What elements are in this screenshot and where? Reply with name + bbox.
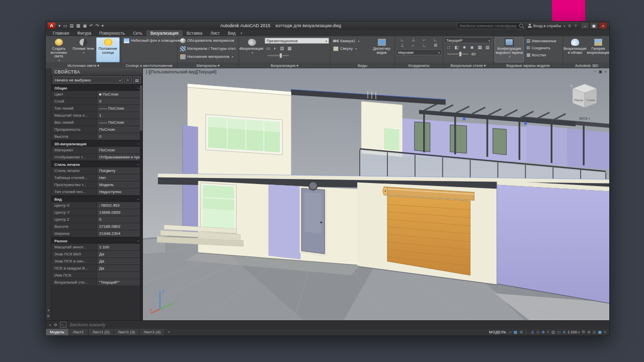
ribbon-display-caret-icon[interactable]: [240, 27, 242, 36]
viewcube[interactable]: ⌂ Перед Справа МСК: [567, 81, 602, 122]
selection-dropdown[interactable]: Ничего не выбрано: [53, 76, 123, 83]
customize-status-icon[interactable]: ≡: [604, 330, 606, 335]
create-light-button[interactable]: Создать источники света: [47, 37, 70, 62]
render-preset-dropdown[interactable]: Презентационное: [265, 38, 329, 44]
vs-realistic-icon[interactable]: ◙: [469, 45, 475, 50]
new-icon[interactable]: ▭: [62, 23, 68, 28]
help-icon[interactable]: ?: [574, 24, 577, 28]
model-space-button[interactable]: МОДЕЛЬ: [489, 330, 507, 334]
panel-footer-visual-styles[interactable]: Визуальные стили ▾: [443, 62, 493, 68]
palette-title[interactable]: СВОЙСТВА: [51, 68, 142, 75]
infer-constraints-icon[interactable]: ▱: [509, 330, 512, 335]
annotation-visibility-icon[interactable]: A: [563, 330, 566, 335]
tab-layout1-2[interactable]: Лист1 (2): [89, 329, 114, 335]
3d-house-scene[interactable]: [143, 68, 609, 320]
render-region-icon[interactable]: ▭: [266, 46, 270, 51]
vs-face-settings-icon[interactable]: ▦: [476, 45, 482, 50]
undo-icon[interactable]: ↶: [88, 23, 94, 28]
render-settings-icon[interactable]: ▤: [280, 46, 284, 51]
vs-wireframe-icon[interactable]: □: [446, 45, 452, 50]
save-icon[interactable]: ▦: [75, 23, 81, 28]
panel-footer-coordinates[interactable]: Координаты: [395, 62, 443, 68]
panel-footer-sun[interactable]: Солнце и местоположение: [121, 62, 177, 68]
polar-tracking-icon[interactable]: ∠: [531, 330, 534, 335]
search-input[interactable]: [459, 23, 518, 29]
command-line[interactable]: × ⚙ >_: [46, 320, 609, 329]
face-opacity-slider[interactable]: [447, 53, 468, 55]
qat-customize-caret-icon[interactable]: ▾: [101, 23, 105, 28]
ucs-y-icon[interactable]: ∟: [420, 43, 429, 48]
minimize-button[interactable]: –: [581, 22, 589, 29]
viewport-configuration-button[interactable]: Конфигурация видового экрана: [495, 37, 524, 62]
ucs-view-icon[interactable]: ⊥: [397, 43, 407, 48]
collapse-icon[interactable]: [137, 197, 139, 202]
search-icon[interactable]: [519, 24, 523, 28]
vs-hidden-icon[interactable]: ◧: [453, 45, 459, 50]
section-header-plot-style[interactable]: Стиль печати: [51, 161, 142, 167]
named-viewports-button[interactable]: ▤ Именованные: [525, 38, 561, 44]
palette-settings-icon[interactable]: ⚙: [47, 314, 50, 318]
section-header-view[interactable]: Вид: [51, 196, 142, 202]
model-viewport[interactable]: [-][Пользовательский вид][Текущий] −▣× ⌂…: [143, 68, 609, 320]
autocad-logo-button[interactable]: A: [48, 23, 55, 29]
viewport-minimize-icon[interactable]: −: [594, 69, 597, 74]
viewport-close-icon[interactable]: ×: [604, 69, 607, 74]
maximize-button[interactable]: ▣: [590, 22, 598, 29]
vs-shaded-icon[interactable]: ■: [461, 45, 467, 50]
palette-scrollbar[interactable]: [140, 83, 142, 320]
grid-icon[interactable]: ▦: [514, 330, 518, 335]
exchange-apps-icon[interactable]: X: [568, 24, 571, 28]
collapse-icon[interactable]: [137, 162, 139, 167]
join-viewports-button[interactable]: ⊞ Соединить: [525, 45, 561, 51]
panel-footer-views[interactable]: Виды: [331, 62, 394, 68]
plot-icon[interactable]: ▣: [82, 23, 88, 28]
snap-icon[interactable]: ⊞: [519, 330, 523, 335]
open-icon[interactable]: ▤: [68, 23, 74, 28]
tab-home[interactable]: Главная: [49, 30, 73, 36]
collapse-icon[interactable]: [137, 142, 139, 146]
redo-icon[interactable]: ↷: [95, 23, 100, 28]
close-button[interactable]: ×: [599, 22, 607, 29]
palette-autohide-icon[interactable]: ◂: [47, 308, 49, 312]
signin-button[interactable]: Вход в службы: [528, 24, 565, 28]
command-input[interactable]: [69, 322, 606, 328]
wcs-dropdown[interactable]: МСК: [579, 116, 590, 121]
tab-layout[interactable]: Лист: [206, 30, 223, 36]
commandline-close-icon[interactable]: ×: [49, 323, 51, 327]
tab-layout1-3[interactable]: Лист1 (3): [114, 329, 139, 335]
panel-footer-render[interactable]: Визуализация ▾: [239, 62, 330, 68]
viewport-controls-label[interactable]: [-][Пользовательский вид][Текущий]: [146, 69, 216, 74]
tab-surface[interactable]: Поверхность: [95, 30, 129, 36]
panel-footer-materials[interactable]: Материалы ▾: [178, 62, 238, 68]
selection-cycling-icon[interactable]: ▭: [557, 330, 561, 335]
tab-visualize[interactable]: Визуализация: [146, 30, 183, 36]
commandline-customize-icon[interactable]: ⚙: [54, 323, 57, 327]
restore-viewports-button[interactable]: ▦ Восстан: [525, 52, 561, 58]
camera-view-button[interactable]: Камера1: [332, 38, 369, 44]
ucs-face-icon[interactable]: ⌐: [420, 37, 429, 42]
isodraft-icon[interactable]: ◇: [536, 330, 539, 335]
ucs-z-icon[interactable]: ⊞: [431, 43, 440, 48]
top-view-button[interactable]: Сверху: [332, 45, 369, 52]
panel-footer-lights[interactable]: Источники света ▾: [46, 62, 121, 68]
annotation-scale-button[interactable]: 1:100: [568, 330, 580, 334]
viewcube-home-icon[interactable]: ⌂: [570, 83, 573, 88]
hardware-accel-icon[interactable]: ▣: [598, 330, 602, 335]
tab-mesh[interactable]: Сеть: [129, 30, 146, 36]
infocenter-search[interactable]: [457, 23, 525, 29]
materials-textures-toggle[interactable]: Материалы / Текстуры откл.: [179, 45, 237, 52]
sun-status-button[interactable]: Положение солнца: [96, 37, 120, 62]
collapse-icon[interactable]: [137, 86, 139, 90]
palette-grip[interactable]: ◂⚙: [46, 68, 51, 320]
visual-style-dropdown[interactable]: Текущий*: [444, 37, 492, 43]
toggle-pickadd-icon[interactable]: +: [124, 76, 132, 83]
panel-footer-model-viewports[interactable]: Видовые экраны модели: [494, 62, 562, 68]
tab-solid[interactable]: Фигура: [73, 30, 95, 36]
tab-view[interactable]: Вид: [224, 30, 239, 36]
transparency-icon[interactable]: ▥: [551, 330, 555, 335]
isolate-objects-icon[interactable]: ◎: [593, 330, 596, 335]
tab-layout1[interactable]: Лист1: [69, 329, 89, 335]
tab-insert[interactable]: Вставка: [183, 30, 207, 36]
scrollbar-thumb[interactable]: [140, 85, 142, 131]
render-in-cloud-button[interactable]: Визуализация в облаке: [564, 37, 586, 62]
